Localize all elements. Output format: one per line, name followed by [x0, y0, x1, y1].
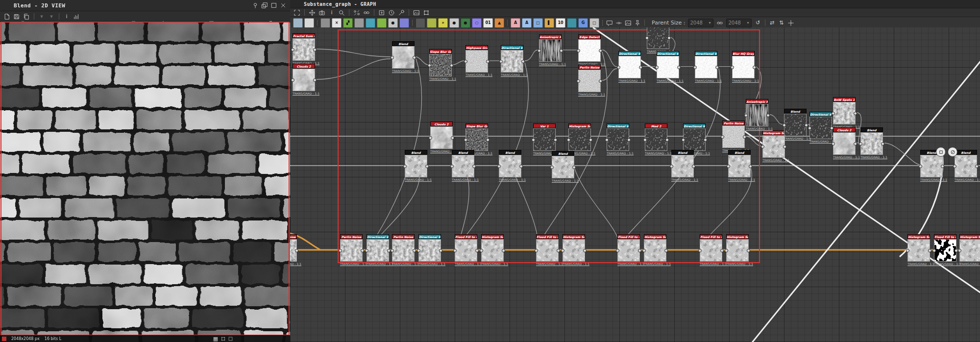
graph-node[interactable]: BlendTRANS/GRAD - 1:1 — [452, 150, 474, 181]
output-port[interactable] — [502, 249, 505, 252]
transform-2d-icon[interactable] — [220, 336, 226, 342]
graph-node[interactable]: Histogram ScanTRANS/GRAD - 1:1 — [644, 234, 666, 266]
graph-node[interactable]: Blur HQ GrayscaleTRANS/GRAD - 1:1 — [732, 51, 755, 82]
graph-node[interactable]: Histogram ScanTRANS/GRAD - 1:1 — [563, 234, 585, 266]
output-port[interactable] — [472, 165, 476, 168]
graph-node[interactable]: Histogram ScanTRANS/GRAD - 1:1 — [907, 234, 930, 266]
normal-node-icon[interactable]: ● — [461, 18, 470, 28]
graph-node[interactable]: Directional WarpTRANS/GRAD - 1:1 — [695, 51, 717, 82]
output-port[interactable] — [560, 49, 563, 52]
input-port[interactable] — [480, 249, 483, 252]
channel-shuffle-node-icon[interactable]: × — [332, 18, 342, 28]
input-port[interactable] — [932, 249, 936, 252]
graph-node[interactable]: Clouds 2TRANS/GRAD - 1:1 — [833, 127, 856, 159]
graph-tools-icon[interactable] — [397, 9, 405, 17]
graph-node[interactable]: Histogram ScanTRANS/GRAD - 1:1 — [481, 234, 504, 266]
output-port[interactable] — [589, 138, 592, 142]
blur-node-icon[interactable] — [320, 18, 330, 28]
channels-dropdown-icon[interactable]: ▾ — [38, 13, 46, 21]
output-port[interactable] — [715, 66, 719, 69]
output-port[interactable] — [667, 36, 671, 40]
gradient-node-icon[interactable]: ▞ — [343, 18, 353, 28]
bitmap-node-icon[interactable] — [293, 18, 303, 28]
output-port[interactable] — [830, 126, 833, 130]
text-node-icon[interactable]: A — [511, 18, 520, 28]
input-port[interactable] — [832, 142, 835, 146]
input-port[interactable] — [605, 138, 609, 142]
input-port[interactable] — [428, 64, 431, 67]
value-node-icon[interactable]: 01 — [483, 18, 493, 28]
input-port[interactable] — [577, 49, 580, 52]
output-port[interactable] — [486, 138, 490, 142]
output-port[interactable] — [664, 249, 668, 252]
output-port[interactable] — [599, 49, 602, 52]
input-port[interactable] — [642, 249, 646, 252]
output-port[interactable] — [413, 249, 416, 252]
graph-node[interactable]: Flood Fill to RandomTRANS/GRAD - 1:1 — [934, 234, 956, 266]
fill-node-icon[interactable]: ▌ — [544, 18, 554, 28]
graph-node[interactable]: Histogram ScanTRANS/GRAD - 1:1 — [568, 123, 591, 155]
input-port[interactable] — [464, 60, 467, 63]
input-port[interactable] — [538, 49, 541, 52]
input-port[interactable] — [643, 138, 647, 142]
output-port[interactable] — [387, 249, 391, 252]
output-port[interactable] — [665, 138, 669, 142]
pushpin-icon[interactable] — [634, 19, 641, 27]
input-port[interactable] — [550, 166, 554, 169]
background-toggle-icon[interactable] — [227, 336, 233, 342]
noise-node-icon[interactable]: ▲ — [494, 18, 504, 28]
2d-view-canvas[interactable] — [0, 21, 290, 342]
input-port[interactable] — [731, 66, 734, 69]
output-port[interactable] — [975, 165, 979, 168]
arrows-node-icon[interactable]: » — [438, 18, 448, 28]
output-port[interactable] — [783, 145, 786, 148]
graph-node[interactable]: BlendTRANS/GRAD - 1:1 — [955, 150, 977, 181]
graph-node[interactable]: Edge DetectTRANS/GRAD - 1:1 — [578, 34, 601, 66]
frame-blue-node-icon[interactable]: □ — [533, 18, 543, 28]
graph-node[interactable]: Fractal Sum BaseTRANS/GRAD - 1:1 — [293, 33, 315, 65]
histogram-icon[interactable] — [73, 13, 80, 21]
graph-node[interactable]: Perlin NoiseTRANS/GRAD - 1:1 — [392, 234, 415, 266]
graph-node[interactable]: Clouds 2TRANS/GRAD - 1:1 — [430, 122, 453, 153]
graph-node[interactable]: Mod 2TRANS/GRAD - 1:1 — [645, 123, 667, 155]
reorder-icon[interactable]: ⇅ — [778, 19, 785, 27]
text-blue-node-icon[interactable]: A — [522, 18, 532, 28]
graph-node[interactable]: BlendTRANS/GRAD - 1:1 — [499, 150, 521, 181]
input-port[interactable] — [832, 112, 835, 115]
output-port[interactable] — [928, 249, 931, 252]
copy-image-icon[interactable] — [23, 13, 30, 21]
output-port[interactable] — [854, 112, 857, 115]
graph-node[interactable]: Directional WarpTRANS/GRAD - 1:1 — [657, 51, 679, 82]
graph-node[interactable]: BlendTRANS/GRAD - 1:1 — [405, 150, 427, 181]
output-port[interactable] — [766, 114, 770, 117]
swap-io-icon[interactable]: ⇄ — [768, 19, 776, 27]
input-port[interactable] — [577, 79, 580, 83]
gradient-map-node-icon[interactable]: G — [578, 18, 588, 28]
maximize-window-icon[interactable] — [270, 1, 278, 9]
input-port[interactable] — [919, 165, 922, 168]
input-port[interactable] — [744, 114, 748, 117]
shape-node-icon[interactable]: ● — [388, 18, 398, 28]
graph-node[interactable]: Flood Fill to RandomTRANS/GRAD - 1:1 — [617, 234, 640, 266]
close-window-icon[interactable] — [279, 1, 287, 9]
mipmap-dropdown-icon[interactable]: ▾ — [48, 13, 55, 21]
input-port[interactable] — [808, 126, 811, 130]
graph-node[interactable]: Flood Fill to RandomTRANS/GRAD - 1:1 — [700, 234, 722, 266]
output-port[interactable] — [486, 60, 490, 63]
frame-gray-node-icon[interactable]: □ — [589, 18, 599, 28]
graph-canvas[interactable]: Fractal Sum BaseTRANS/GRAD - 1:1Clouds 2… — [290, 27, 980, 342]
input-port[interactable] — [391, 56, 394, 59]
output-port[interactable] — [692, 165, 695, 168]
teal-square-node-icon[interactable] — [567, 18, 577, 28]
output-port[interactable] — [941, 165, 944, 168]
input-port[interactable] — [906, 249, 909, 252]
input-port[interactable] — [725, 249, 728, 252]
input-port[interactable] — [727, 165, 730, 168]
graph-node[interactable]: BlendTRANS/GRAD - 1:1 — [392, 41, 415, 73]
zoom-icon[interactable] — [338, 9, 345, 17]
graph-node[interactable]: Directional WarpTRANS/GRAD - 1:1 — [501, 45, 523, 76]
output-port[interactable] — [519, 165, 523, 168]
input-port[interactable] — [670, 165, 673, 168]
screenshot-icon[interactable] — [318, 9, 326, 17]
pin-link-icon[interactable] — [615, 19, 623, 27]
